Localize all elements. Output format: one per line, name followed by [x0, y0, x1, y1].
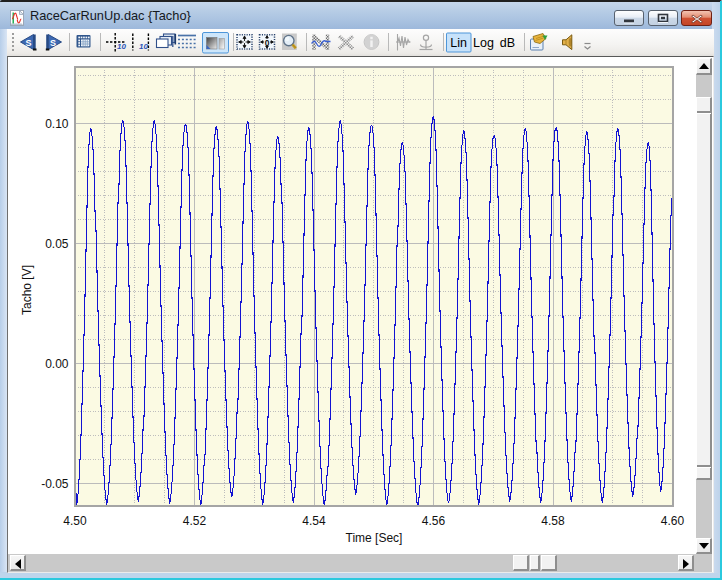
svg-text:10: 10 — [117, 42, 126, 51]
svg-text:4.56: 4.56 — [422, 514, 446, 528]
svg-text:4.58: 4.58 — [541, 514, 565, 528]
svg-text:Log: Log — [473, 36, 494, 50]
svg-text:Lin: Lin — [450, 36, 467, 50]
svg-text:4.54: 4.54 — [302, 514, 326, 528]
svg-text:Time [Sec]: Time [Sec] — [346, 531, 403, 545]
svg-text:-0.05: -0.05 — [41, 477, 69, 491]
svg-text:S: S — [25, 38, 31, 48]
svg-text:S: S — [50, 38, 56, 48]
svg-text:4.52: 4.52 — [183, 514, 207, 528]
svg-text:0.10: 0.10 — [45, 117, 69, 131]
svg-text:dB: dB — [500, 36, 515, 50]
svg-text:4.60: 4.60 — [661, 514, 685, 528]
svg-text:10: 10 — [139, 42, 148, 51]
svg-text:0: 0 — [265, 38, 270, 48]
svg-text:Tacho [V]: Tacho [V] — [20, 265, 34, 315]
svg-text:0.00: 0.00 — [45, 357, 69, 371]
svg-text:4.50: 4.50 — [63, 514, 87, 528]
svg-text:0.05: 0.05 — [45, 237, 69, 251]
